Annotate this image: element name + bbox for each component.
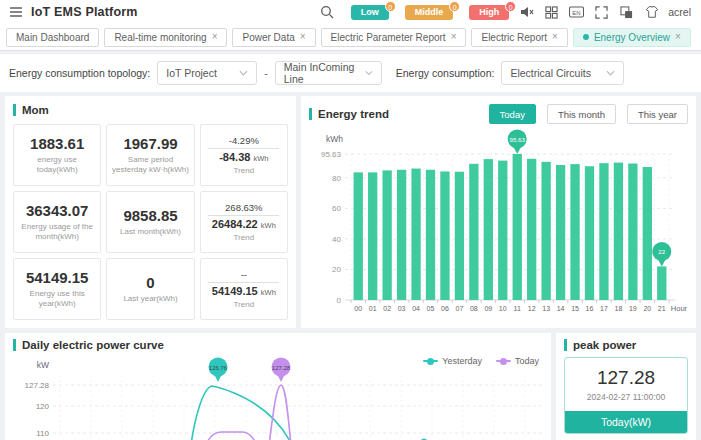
active-tab-dot (583, 34, 589, 40)
range-button-this-month[interactable]: This month (547, 104, 616, 124)
stat-card-energy-month: 36343.07 Energy usage of the month(kWh) (13, 191, 101, 253)
title-marker (13, 339, 16, 351)
trend-card-year: -- 54149.15 kWh Trend (200, 258, 288, 320)
tab-close-icon[interactable]: × (212, 32, 218, 42)
bar-03 (397, 170, 406, 300)
bar-06 (440, 171, 449, 300)
trend-unit: kWh (261, 288, 276, 297)
hamburger-menu-icon[interactable] (8, 4, 24, 20)
chart-legend: Yesterday Today (423, 356, 539, 366)
bar-19 (628, 164, 637, 300)
y-grid-lines (53, 385, 545, 433)
main-content: Mom 1883.61 energy use today(kWh) 1967.9… (5, 96, 696, 328)
alarm-badge-low[interactable]: Low 0 (351, 5, 389, 20)
stat-label: Energy use this year(kWh) (17, 289, 97, 309)
legend-item-today[interactable]: Today (496, 356, 539, 366)
peak-power-title: peak power (573, 339, 636, 351)
bar-20 (643, 167, 652, 300)
stat-value: 1967.99 (123, 135, 177, 152)
topology-select[interactable]: IoT Project (157, 61, 257, 85)
incoming-line-select[interactable]: Main InComing Line (275, 61, 382, 85)
username[interactable]: acrel (668, 6, 691, 18)
alarm-middle-label: Middle (415, 7, 444, 17)
tab-electric-report[interactable]: Electric Report× (471, 28, 567, 47)
mom-panel-header: Mom (5, 96, 296, 122)
stat-value: 9858.85 (123, 207, 177, 224)
trend-label: Trend (234, 300, 255, 310)
x-tick-label: 13 (542, 305, 550, 312)
curve-today-bump (206, 432, 257, 440)
trend-percent: 268.63% (225, 202, 263, 215)
range-button-this-year[interactable]: This year (627, 104, 688, 124)
y-tick-label: 80 (332, 174, 341, 183)
alarm-badge-high[interactable]: High 0 (469, 5, 509, 20)
bar-07 (455, 172, 464, 300)
mom-panel-title: Mom (22, 104, 49, 116)
language-label: EN (573, 10, 581, 16)
stat-card-last-year: 0 Last year(kWh) (106, 258, 194, 320)
alarm-high-label: High (479, 7, 499, 17)
range-button-today[interactable]: Today (489, 104, 536, 124)
tab-close-icon[interactable]: × (451, 32, 457, 42)
peak-power-today-button[interactable]: Today(kW) (565, 411, 687, 433)
legend-item-yesterday[interactable]: Yesterday (423, 356, 482, 366)
bar-16 (585, 166, 594, 300)
tab-power-data[interactable]: Power Data× (232, 28, 315, 47)
bar-09 (484, 159, 493, 300)
tab-close-icon[interactable]: × (300, 32, 306, 42)
bar-02 (382, 170, 391, 300)
search-icon[interactable] (320, 5, 335, 20)
trend-unit: kWh (253, 154, 268, 163)
fullscreen-icon[interactable] (594, 5, 609, 20)
x-tick-label: 15 (571, 305, 579, 312)
x-tick-label: 02 (383, 305, 391, 312)
stat-label: Same period yesterday kW·h(kWh) (110, 155, 190, 175)
energy-trend-bar-chart: 02040608095.63kWhHour0001020304050607080… (301, 130, 696, 326)
tab-main-dashboard[interactable]: Main Dashboard (6, 28, 99, 47)
tab-label: Power Data (242, 32, 294, 43)
stat-label: energy use today(kWh) (17, 155, 97, 175)
trend-value: 26484.22 kWh (208, 215, 279, 230)
incoming-line-select-value: Main InComing Line (284, 61, 365, 85)
x-tick-label: 05 (427, 305, 435, 312)
filter-separator: - (264, 67, 268, 79)
language-icon[interactable]: EN (569, 5, 584, 20)
x-tick-label: 19 (629, 305, 637, 312)
x-tick-label: 01 (369, 305, 377, 312)
consumption-select[interactable]: Electrical Circuits (501, 61, 624, 85)
alarm-badge-middle[interactable]: Middle 0 (405, 5, 454, 20)
tab-real-time-monitoring[interactable]: Real-time monitoring× (104, 28, 227, 47)
trend-label: Trend (234, 233, 255, 243)
skin-shirt-icon[interactable] (644, 5, 659, 20)
grid-apps-icon[interactable] (544, 5, 559, 20)
y-axis-unit: kWh (326, 134, 343, 144)
y-tick-label: 95.63 (321, 150, 342, 159)
x-tick-label: 11 (514, 305, 521, 312)
consumption-select-value: Electrical Circuits (510, 67, 591, 79)
chevron-down-icon (606, 70, 615, 76)
x-tick-label: 16 (586, 305, 594, 312)
topology-filter-label: Energy consumption topology: (9, 67, 150, 79)
x-tick-label: 00 (354, 305, 362, 312)
stat-value: 0 (146, 274, 154, 291)
trend-card-month: 268.63% 26484.22 kWh Trend (200, 191, 288, 253)
tab-close-icon[interactable]: × (675, 32, 681, 42)
x-tick-label: 07 (456, 305, 464, 312)
tab-electric-parameter-report[interactable]: Electric Parameter Report× (321, 28, 467, 47)
bar-17 (599, 163, 608, 300)
y-tick-label: 40 (332, 235, 341, 244)
mute-icon[interactable] (519, 5, 534, 20)
tab-label: Electric Report (481, 32, 547, 43)
tab-close-icon[interactable]: × (552, 32, 558, 42)
balloon-label: 127.28 (272, 365, 291, 371)
bar-05 (426, 170, 435, 300)
tab-energy-overview[interactable]: Energy Overview× (573, 28, 691, 47)
theme-layers-icon[interactable] (619, 5, 634, 20)
bar-00 (354, 172, 363, 300)
chevron-down-icon (365, 70, 373, 76)
x-tick-label: 20 (643, 305, 651, 312)
stat-card-same-period-yesterday: 1967.99 Same period yesterday kW·h(kWh) (106, 124, 194, 186)
stat-label: Last month(kWh) (120, 227, 181, 237)
bar-14 (556, 165, 565, 300)
stat-value: 54149.15 (26, 269, 89, 286)
